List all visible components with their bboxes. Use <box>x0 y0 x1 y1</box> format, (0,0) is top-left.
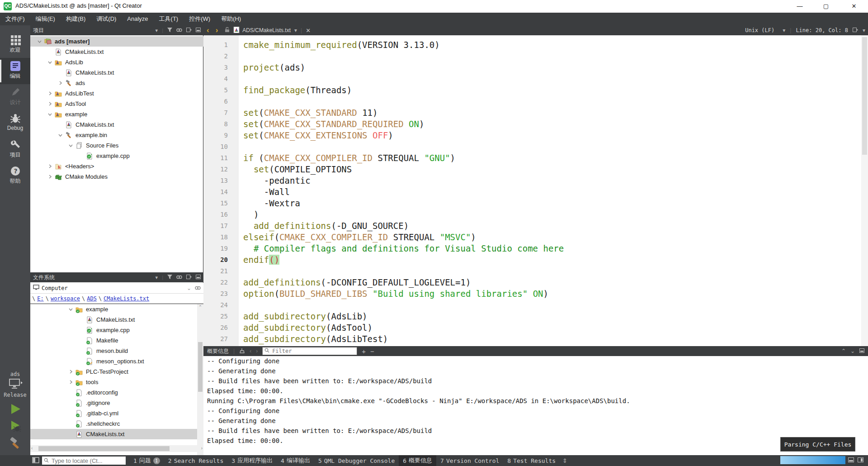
filter-input[interactable] <box>271 347 355 355</box>
breadcrumb-link-workspace[interactable]: workspace <box>51 295 80 302</box>
code-line[interactable]: 23option(BUILD_SHARED_LIBS "Build using … <box>203 288 868 299</box>
code-line[interactable]: 8set(CMAKE_CXX_STANDARD_REQUIRED ON) <box>203 118 868 129</box>
tree-item-example.bin[interactable]: example.bin <box>30 130 203 140</box>
tree-item-.gitlab-ci.yml[interactable]: .gitlab-ci.yml <box>30 408 203 418</box>
tree-item-cmakelists.txt[interactable]: CMakeLists.txt <box>30 429 203 439</box>
debug-button[interactable] <box>0 420 30 434</box>
filter-icon[interactable] <box>167 28 172 33</box>
menu-item-e[interactable]: 编辑(E) <box>30 13 61 25</box>
expander-open-icon[interactable] <box>45 59 55 66</box>
mode-button-项目[interactable]: 项目 <box>0 137 30 163</box>
code-line[interactable]: 9set(CMAKE_CXX_EXTENSIONS OFF) <box>203 129 868 141</box>
run-button[interactable] <box>0 403 30 417</box>
mode-button-设计[interactable]: 设计 <box>0 84 30 110</box>
tree-item-plc-testproject[interactable]: PLC-TestProject <box>30 366 203 377</box>
output-pane-button-6[interactable]: 6概要信息 <box>399 455 436 466</box>
tree-item-cmakelists.txt[interactable]: CMakeLists.txt <box>30 314 203 325</box>
code-line[interactable]: 22add_definitions(-DCONFIG_DEFAULT_LOGLE… <box>203 276 868 288</box>
expander-closed-icon[interactable] <box>45 90 55 97</box>
menu-item-w[interactable]: 控件(W) <box>184 13 216 25</box>
expander-open-icon[interactable] <box>35 38 44 45</box>
tree-item-ads[interactable]: ads <box>30 78 203 88</box>
menu-item-d[interactable]: 调试(D) <box>91 13 122 25</box>
output-pane-button-2[interactable]: 2Search Results <box>164 455 227 466</box>
kit-selector-button[interactable]: Release <box>0 378 30 398</box>
code-line[interactable]: 18elseif(CMAKE_CXX_COMPILER_ID STREQUAL … <box>203 231 868 243</box>
tree-item-meson.build[interactable]: meson.build <box>30 346 203 356</box>
tree-item-adslib[interactable]: AdsLib <box>30 57 203 67</box>
mode-button-帮助[interactable]: ?帮助 <box>0 163 30 189</box>
tree-item-adslibtest[interactable]: AdsLibTest <box>30 88 203 99</box>
code-line[interactable]: 4 <box>203 73 868 84</box>
tree-item-cmake-modules[interactable]: CMake Modules <box>30 171 203 182</box>
expander-open-icon[interactable] <box>66 142 75 149</box>
zoom-out-icon[interactable]: − <box>370 347 374 355</box>
expander-closed-icon[interactable] <box>56 80 65 86</box>
code-line[interactable]: 14 -Wall <box>203 186 868 197</box>
code-line[interactable]: 2 <box>203 50 868 62</box>
scrollbar-thumb[interactable] <box>38 446 170 451</box>
editor-options-icon[interactable]: ▾ <box>863 27 865 33</box>
tree-item-meson-options.txt[interactable]: meson_options.txt <box>30 356 203 366</box>
sync-icon[interactable] <box>195 285 201 291</box>
tree-item-.shellcheckrc[interactable]: .shellcheckrc <box>30 418 203 429</box>
expander-closed-icon[interactable] <box>45 173 55 180</box>
code-line[interactable]: 6 <box>203 95 868 107</box>
code-line[interactable]: 19 # Compiler flags and definitions for … <box>203 243 868 254</box>
code-line[interactable]: 3project(ads) <box>203 62 868 73</box>
computer-dropdown-icon[interactable]: ⌄ <box>187 285 191 291</box>
tree-item-.editorconfig[interactable]: .editorconfig <box>30 387 203 398</box>
code-line[interactable]: 7set(CMAKE_CXX_STANDARD 11) <box>203 107 868 118</box>
close-panel-icon[interactable] <box>196 28 201 33</box>
breadcrumb-link-e-[interactable]: E: <box>37 295 43 302</box>
panel-dropdown-icon[interactable]: ▾ <box>156 275 158 281</box>
expander-closed-icon[interactable] <box>66 368 75 375</box>
mode-button-debug[interactable]: Debug <box>0 110 30 137</box>
eol-dropdown-icon[interactable]: ▾ <box>783 27 785 33</box>
go-back-icon[interactable]: ‹ <box>203 25 212 35</box>
split-panel-icon[interactable] <box>186 28 192 33</box>
tree-item-.gitignore[interactable]: .gitignore <box>30 398 203 408</box>
tree-item-ads-master-[interactable]: ads [master] <box>30 36 203 47</box>
scroll-left-icon[interactable]: ‹ <box>31 445 33 452</box>
mode-button-欢迎[interactable]: 欢迎 <box>0 32 30 58</box>
maximize-output-icon[interactable]: ⌃ <box>841 348 846 354</box>
scroll-right-icon[interactable]: › <box>201 445 203 452</box>
menu-item-f[interactable]: 文件(F) <box>0 13 30 25</box>
tree-item-cmakelists.txt[interactable]: CMakeLists.txt <box>30 47 203 57</box>
sync-with-editor-icon[interactable] <box>176 275 182 280</box>
filter-icon[interactable] <box>167 275 172 280</box>
go-forward-icon[interactable]: › <box>212 25 222 35</box>
code-line[interactable]: 1cmake_minimum_required(VERSION 3.13.0) <box>203 39 868 50</box>
prev-item-icon[interactable]: ‹ <box>250 348 251 354</box>
next-item-icon[interactable]: › <box>256 348 258 354</box>
tree-item-example.cpp[interactable]: example.cpp <box>30 325 203 335</box>
output-pane-button-1[interactable]: 1问题1 <box>129 455 164 466</box>
build-button[interactable] <box>0 437 30 452</box>
mode-button-编辑[interactable]: 编辑 <box>0 58 30 84</box>
sync-with-editor-icon[interactable] <box>176 28 182 33</box>
tree-item--headers-[interactable]: h<Headers> <box>30 161 203 171</box>
expander-open-icon[interactable] <box>56 132 65 138</box>
tree-item-makefile[interactable]: Makefile <box>30 335 203 346</box>
minimize-button[interactable]: — <box>789 0 810 13</box>
code-line[interactable]: 27add_subdirectory(AdsLibTest) <box>203 333 868 344</box>
code-line[interactable]: 25add_subdirectory(AdsLib) <box>203 310 868 322</box>
code-line[interactable]: 13 -pedantic <box>203 175 868 186</box>
split-editor-icon[interactable] <box>853 27 858 33</box>
tree-item-tools[interactable]: tools <box>30 377 203 387</box>
clear-output-icon[interactable] <box>239 348 245 355</box>
output-pane-button-7[interactable]: 7Version Control <box>436 455 503 466</box>
split-panel-icon[interactable] <box>186 275 192 280</box>
code-line[interactable]: 12 set(COMPILE_OPTIONS <box>203 163 868 175</box>
expander-open-icon[interactable] <box>45 111 55 118</box>
computer-selector[interactable]: Computer ⌄ <box>30 283 203 294</box>
breadcrumb-link-cmakelists-txt[interactable]: CMakeLists.txt <box>104 295 149 302</box>
code-line[interactable]: 24 <box>203 299 868 310</box>
output-pane-button-4[interactable]: 4编译输出 <box>277 455 314 466</box>
close-document-icon[interactable]: ✕ <box>306 27 311 34</box>
tree-item-example.cpp[interactable]: example.cpp <box>30 151 203 161</box>
toggle-sidebar-icon[interactable] <box>32 457 39 465</box>
output-pane-button-3[interactable]: 3应用程序输出 <box>227 455 277 466</box>
toggle-progress-icon[interactable] <box>858 457 863 464</box>
